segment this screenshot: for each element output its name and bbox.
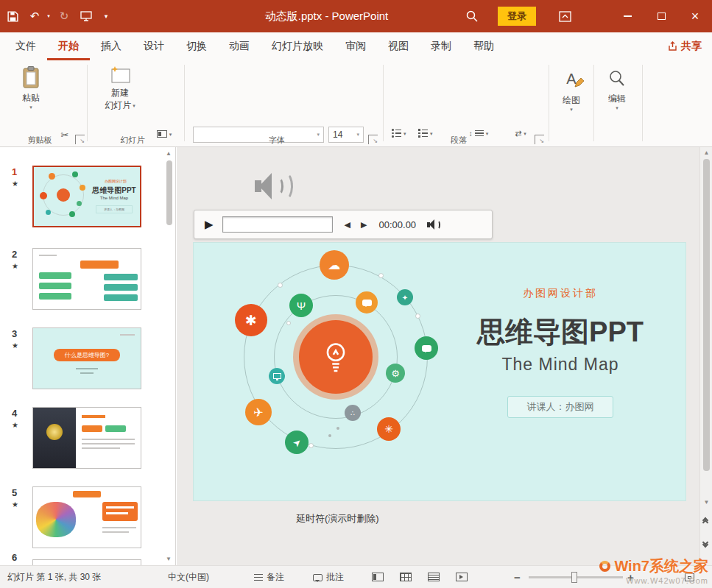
cloud-node[interactable]: ☁ [320, 250, 349, 280]
redo-button[interactable]: ↻ [53, 10, 75, 23]
orbit-dot [328, 434, 331, 437]
slide-thumbnail-2[interactable] [32, 248, 141, 310]
paste-icon [21, 66, 40, 90]
slide-thumbnail-4[interactable] [32, 407, 141, 469]
slide-editing-area[interactable]: ☁ ✱ Ψ ✦ ⚙ ✈ ➤ ∴ ✳ 办图网设计部 思维导图PPT The Min… [194, 243, 685, 500]
comments-button[interactable]: 批注 [313, 566, 344, 588]
thumb-box [105, 425, 126, 432]
scroll-up-icon[interactable]: ▲ [700, 149, 712, 156]
next-slide-button[interactable] [703, 540, 708, 547]
tab-insert[interactable]: 插入 [90, 32, 133, 60]
thumb-text-line [39, 255, 57, 256]
paragraph-dialog-launcher[interactable]: ↘ [535, 135, 544, 144]
zoom-slider-thumb[interactable] [571, 572, 577, 583]
thumb-scroll-up-icon[interactable]: ▲ [163, 150, 174, 157]
drawing-button[interactable]: A 绘图 ▾ [554, 66, 589, 112]
tab-view[interactable]: 视图 [377, 32, 420, 60]
delay-note-text[interactable]: 延时符(演示时删除) [296, 512, 379, 525]
reading-view-button[interactable] [428, 573, 440, 581]
play-button[interactable]: ▶ [205, 218, 214, 231]
thumb-box [39, 272, 71, 279]
paste-button[interactable]: 粘贴 ▾ [12, 66, 50, 110]
search-icon[interactable] [465, 10, 479, 26]
ribbon: 粘贴 ▾ ✂ 剪贴板 ↘ 新建 幻灯片 ▾ ▾ [0, 60, 712, 147]
slide-thumbnail-1[interactable]: 办图网设计部 思维导图PPT The Mind Map 讲课人：办图网 [32, 166, 141, 227]
center-bulb-node[interactable] [299, 320, 373, 394]
share-button[interactable]: 共享 [668, 32, 702, 60]
tab-transitions[interactable]: 切换 [175, 32, 218, 60]
tab-record[interactable]: 录制 [420, 32, 462, 60]
normal-view-button[interactable] [372, 573, 384, 581]
tab-design[interactable]: 设计 [133, 32, 175, 60]
ribbon-display-options-button[interactable] [548, 0, 582, 32]
new-slide-dropdown-icon[interactable]: ▾ [133, 103, 135, 108]
group-divider [383, 65, 384, 141]
editing-dropdown-icon[interactable]: ▾ [616, 105, 618, 110]
slide-thumbnail-6[interactable] [32, 559, 141, 565]
volume-button[interactable] [426, 218, 441, 231]
thumb-scrollbar-thumb[interactable] [166, 160, 172, 225]
slide-subtitle-text[interactable]: The Mind Map [465, 355, 656, 375]
slide-dept-text[interactable]: 办图网设计部 [465, 287, 656, 300]
thumb-box [104, 284, 138, 291]
thumb-mindmap-image [36, 502, 76, 537]
audio-speaker-object[interactable] [249, 165, 293, 208]
customize-qat-icon[interactable]: ▾ [97, 13, 115, 20]
close-button[interactable]: × [678, 0, 712, 32]
notes-button[interactable]: 备注 [254, 566, 284, 588]
thumb-photo [33, 408, 76, 468]
paste-dropdown-icon[interactable]: ▾ [29, 105, 32, 110]
tab-help[interactable]: 帮助 [462, 32, 505, 60]
slide-sorter-view-button[interactable] [400, 573, 412, 581]
new-slide-button[interactable]: 新建 幻灯片 ▾ [99, 66, 141, 112]
zoom-out-button[interactable]: − [514, 566, 521, 588]
tab-animations[interactable]: 动画 [218, 32, 261, 60]
tab-slideshow[interactable]: 幻灯片放映 [261, 32, 334, 60]
editing-button[interactable]: 编辑 ▾ [598, 66, 636, 110]
slide-thumbnail-pane: 1 ★ 办图网设计部 思维导图PPT The Mind Map 讲课人：办图网 … [0, 147, 176, 565]
lightbulb-icon [322, 339, 350, 375]
media-progress-bar[interactable] [222, 216, 333, 233]
gear-icon: ⚙ [391, 368, 400, 379]
brain-node[interactable]: ✱ [235, 304, 267, 336]
tab-file[interactable]: 文件 [4, 32, 47, 60]
thumb-speaker-box: 讲课人：办图网 [96, 205, 133, 213]
rocket-node[interactable]: ➤ [285, 431, 309, 454]
previous-slide-button[interactable] [703, 518, 708, 525]
slide-thumbnail-5[interactable] [32, 486, 141, 548]
previous-frame-button[interactable]: ◀ [345, 220, 350, 230]
slide-thumbnail-3[interactable]: 什么是思维导图? [32, 327, 141, 389]
dots-node[interactable]: ✳ [377, 417, 401, 441]
chat-node-orange[interactable] [356, 291, 378, 314]
editing-canvas[interactable]: ▶ ◀ ▶ 00:00.00 [177, 147, 699, 565]
slideshow-view-button[interactable] [456, 573, 468, 581]
next-frame-button[interactable]: ▶ [361, 220, 367, 230]
undo-button[interactable]: ↶ [25, 10, 44, 23]
slide-title-text[interactable]: 思维导图PPT [456, 314, 665, 351]
gears-node[interactable]: ⚙ [386, 364, 405, 383]
save-button[interactable] [0, 10, 25, 23]
slide-count-status[interactable]: 幻灯片 第 1 张, 共 30 张 [7, 566, 101, 588]
share-node[interactable]: ∴ [345, 405, 361, 421]
monitor-node[interactable] [269, 368, 285, 384]
tab-home[interactable]: 开始 [47, 32, 90, 60]
font-dialog-launcher[interactable]: ↘ [368, 135, 378, 144]
signin-button[interactable]: 登录 [498, 7, 536, 26]
tree-node[interactable]: Ψ [289, 294, 313, 317]
minimize-button[interactable] [610, 0, 644, 32]
thumb-box [73, 491, 101, 497]
scroll-down-icon[interactable]: ▼ [700, 499, 712, 506]
clipboard-dialog-launcher[interactable]: ↘ [75, 135, 85, 144]
chat-node-green[interactable] [415, 336, 438, 360]
badge-node[interactable]: ✦ [397, 289, 413, 305]
maximize-button[interactable] [644, 0, 678, 32]
start-slideshow-button[interactable] [75, 11, 97, 21]
slide-speaker-box[interactable]: 讲课人：办图网 [507, 396, 613, 418]
language-status[interactable]: 中文(中国) [168, 566, 209, 588]
undo-dropdown-icon[interactable]: ▾ [44, 13, 53, 19]
plane-node[interactable]: ✈ [245, 399, 272, 425]
thumb-scroll-down-icon[interactable]: ▼ [163, 556, 174, 562]
scrollbar-thumb[interactable] [703, 159, 710, 471]
tab-review[interactable]: 审阅 [334, 32, 377, 60]
drawing-dropdown-icon[interactable]: ▾ [570, 107, 573, 112]
